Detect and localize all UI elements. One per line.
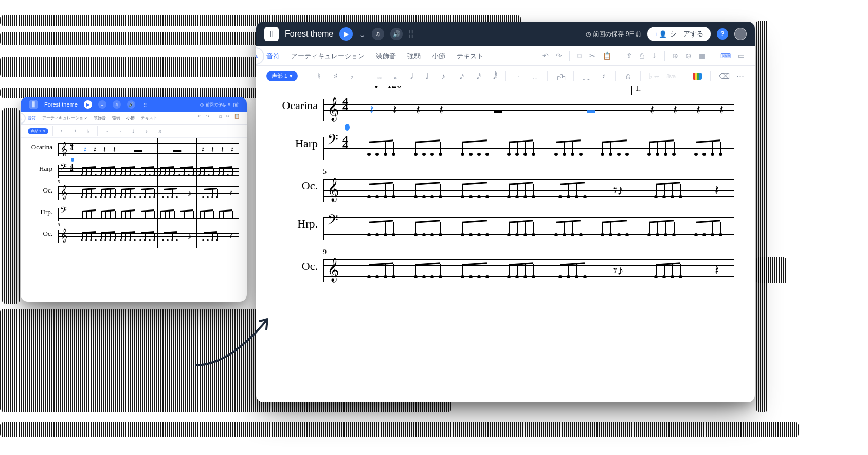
save-status: ◷ 前回の保存 9日前 <box>586 30 642 39</box>
metronome-icon[interactable]: ♫ <box>372 28 384 40</box>
quarter-note-icon[interactable]: ♩ <box>129 129 138 134</box>
natural-icon[interactable]: ♮ <box>315 72 323 81</box>
redo-icon[interactable]: ↷ <box>556 51 562 61</box>
whole-note-icon[interactable]: 𝅝 <box>390 72 398 81</box>
paste-icon[interactable]: 📋 <box>234 114 240 123</box>
tab-measure[interactable]: 小節 <box>126 115 135 121</box>
staff-lines[interactable]: 𝄞 44 𝄽𝄽𝄽𝄽 ▬ ▬ 𝄽𝄽𝄽𝄽 <box>323 99 734 121</box>
staff-lines[interactable]: 𝄢 44 <box>323 137 734 160</box>
natural-icon[interactable]: ♮ <box>57 129 66 134</box>
staff-lines[interactable]: 𝄞 𝄾 ♪ 𝄽 <box>323 259 734 282</box>
cut-icon[interactable]: ✂ <box>226 114 230 123</box>
app-logo[interactable]: ⦀ <box>29 100 38 109</box>
metronome-icon[interactable]: ♫ <box>113 100 121 109</box>
staff-lines[interactable]: 𝄞 44 𝄽𝄽𝄽𝄽 ▬ ▬ 𝄽𝄽𝄽𝄽 <box>58 143 239 156</box>
eighth-note-icon[interactable]: ♪ <box>439 72 447 80</box>
bass-clef-icon: 𝄢 <box>60 162 67 174</box>
dot-icon[interactable]: · <box>514 72 522 80</box>
edit-mode-button[interactable]: ✎ <box>21 113 26 124</box>
sixtyfourth-note-icon[interactable]: 𝅘𝅥𝅱 <box>489 72 497 81</box>
tab-notes[interactable]: 音符 <box>266 51 280 61</box>
panel-icon[interactable]: ▭ <box>738 51 745 61</box>
cut-icon[interactable]: ✂ <box>589 51 595 61</box>
keyboard-icon[interactable]: ⌨ <box>720 51 731 61</box>
copy-icon[interactable]: ⧉ <box>219 114 222 123</box>
staff-lines[interactable]: 𝄞 ♪ 𝄽 <box>58 186 239 200</box>
enharmonic-flat-icon[interactable]: ♭↔ <box>649 72 658 81</box>
double-whole-note-icon[interactable]: 𝅜 <box>373 72 382 81</box>
tuning-fork-icon[interactable]: ¦¦ <box>141 100 150 109</box>
zoom-out-icon[interactable]: ⊖ <box>685 51 692 61</box>
page-view-icon[interactable]: ▥ <box>699 51 706 61</box>
sixteenth-note-icon[interactable]: ♬ <box>155 129 165 134</box>
tab-notes[interactable]: 音符 <box>28 115 36 121</box>
color-palette-icon[interactable] <box>693 73 702 80</box>
volume-icon[interactable]: 🔊 <box>390 28 403 40</box>
share-button[interactable]: +👤 シェアする <box>647 27 711 41</box>
tab-ornaments[interactable]: 装飾音 <box>376 51 396 61</box>
quarter-note-icon[interactable]: ♩ <box>423 72 431 81</box>
chevron-down-icon[interactable]: ⌄ <box>98 100 106 109</box>
chord-icon[interactable]: ⎌ <box>624 72 632 80</box>
half-note-icon[interactable]: 𝅗𝅥 <box>406 72 414 81</box>
double-dot-icon[interactable]: ‥ <box>531 72 539 81</box>
titlebar: ⦀ Forest theme ▶ ⌄ ♫ 🔊 ¦¦ ◷ 前回の保存 9日前 <box>21 97 247 112</box>
thirtysecond-note-icon[interactable]: 𝅘𝅥𝅰 <box>473 72 481 81</box>
app-logo[interactable]: ⦀ <box>264 27 279 41</box>
redo-icon[interactable]: ↷ <box>206 114 210 123</box>
staff-lines[interactable]: 𝄞 𝄾 ♪ 𝄽 <box>323 179 734 202</box>
delete-icon[interactable]: ⌫ <box>719 72 728 81</box>
zoom-in-icon[interactable]: ⊕ <box>672 51 678 61</box>
upload-icon[interactable]: ⇪ <box>626 51 632 61</box>
flat-icon[interactable]: ♭ <box>84 129 93 134</box>
staff-lines[interactable]: 𝄢 <box>58 208 239 221</box>
instrument-label: Hrp. <box>29 208 58 216</box>
tab-measure[interactable]: 小節 <box>432 51 445 61</box>
copy-icon[interactable]: ⧉ <box>577 51 582 61</box>
export-icon[interactable]: ⤓ <box>651 51 657 61</box>
whole-note-icon[interactable]: 𝅝 <box>102 128 111 134</box>
staff-lines[interactable]: 𝄢 44 <box>58 165 239 178</box>
tab-dynamics[interactable]: 強弱 <box>112 115 120 121</box>
instrument-label: Oc. <box>277 259 323 273</box>
tab-dynamics[interactable]: 強弱 <box>407 51 421 61</box>
sharp-icon[interactable]: ♯ <box>331 72 339 81</box>
rest-icon[interactable]: 𝄽 <box>599 72 607 81</box>
flat-icon[interactable]: ♭ <box>348 72 356 81</box>
play-button[interactable]: ▶ <box>339 27 353 41</box>
doc-title: Forest theme <box>285 29 333 39</box>
half-note-icon[interactable]: 𝅗𝅥 <box>115 128 124 134</box>
tab-strip: ✎ 音符 アーティキュレーション 装飾音 強弱 小節 テキスト ↶ ↷ ⧉ ✂ … <box>21 112 247 125</box>
sixteenth-note-icon[interactable]: 𝅘𝅥𝅯 <box>456 72 464 81</box>
tuning-fork-icon[interactable]: ¦¦ <box>409 29 413 39</box>
paste-icon[interactable]: 📋 <box>603 51 611 61</box>
arrow-icon <box>190 309 278 371</box>
staff-lines[interactable]: 𝄢 <box>323 217 734 240</box>
tab-text[interactable]: テキスト <box>457 51 483 61</box>
more-icon[interactable]: ⋯ <box>736 72 745 81</box>
edit-mode-button[interactable]: ✎ <box>256 47 264 65</box>
help-button[interactable]: ? <box>717 28 728 40</box>
undo-icon[interactable]: ↶ <box>542 51 549 61</box>
eighth-note-icon[interactable]: ♪ <box>142 129 151 134</box>
sharp-icon[interactable]: ♯ <box>70 129 80 134</box>
play-button[interactable]: ▶ <box>84 100 92 109</box>
chevron-down-icon[interactable]: ⌄ <box>359 29 366 39</box>
score-canvas[interactable]: Ocarina ♩= 120 1. 𝄞 44 𝄽𝄽𝄽𝄽 ▬ <box>256 86 755 318</box>
undo-icon[interactable]: ↶ <box>197 114 202 123</box>
tab-ornaments[interactable]: 装飾音 <box>94 115 106 121</box>
staff-lines[interactable]: 𝄞 ♪ 𝄽 <box>58 230 239 243</box>
voice-selector[interactable]: 声部 1▾ <box>28 128 48 134</box>
instrument-label: Harp <box>29 165 58 173</box>
print-icon[interactable]: ⎙ <box>640 51 644 61</box>
tab-articulation[interactable]: アーティキュレーション <box>42 115 87 121</box>
tuplet-icon[interactable]: ┌3┐ <box>556 73 565 79</box>
tab-text[interactable]: テキスト <box>141 115 157 121</box>
score-canvas[interactable]: Ocarina ♩= 120 1. 𝄞 44 𝄽𝄽𝄽𝄽 ▬ <box>21 138 247 256</box>
volume-icon[interactable]: 🔊 <box>127 100 135 109</box>
tab-articulation[interactable]: アーティキュレーション <box>291 51 365 61</box>
voice-selector[interactable]: 声部 1▾ <box>266 71 298 81</box>
tie-icon[interactable]: ‿ <box>582 72 590 81</box>
avatar[interactable] <box>734 28 747 40</box>
octave-icon[interactable]: 8va <box>666 73 676 79</box>
